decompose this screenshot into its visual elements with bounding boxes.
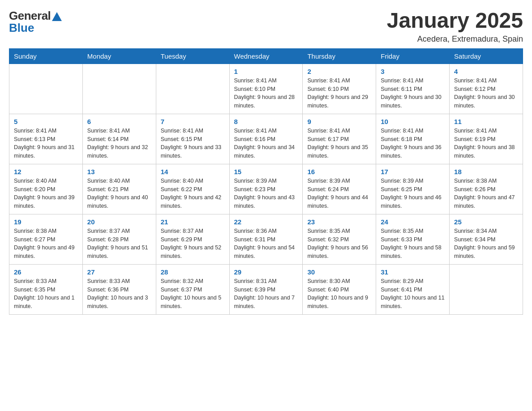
day-number: 4 — [454, 68, 518, 75]
calendar-cell: 3Sunrise: 8:41 AM Sunset: 6:11 PM Daylig… — [376, 64, 450, 114]
calendar-cell: 19Sunrise: 8:38 AM Sunset: 6:27 PM Dayli… — [9, 214, 83, 264]
calendar-header-sunday: Sunday — [9, 48, 83, 64]
day-number: 18 — [454, 168, 518, 176]
day-number: 17 — [381, 168, 445, 176]
calendar-cell — [450, 264, 523, 314]
day-number: 15 — [234, 168, 298, 176]
day-number: 25 — [454, 218, 518, 226]
day-info: Sunrise: 8:34 AM Sunset: 6:34 PM Dayligh… — [454, 227, 518, 261]
calendar-cell: 16Sunrise: 8:39 AM Sunset: 6:24 PM Dayli… — [303, 164, 376, 214]
calendar-week-row: 19Sunrise: 8:38 AM Sunset: 6:27 PM Dayli… — [9, 214, 523, 264]
title-block: January 2025 Acedera, Extremadura, Spain — [387, 9, 523, 44]
day-number: 28 — [161, 268, 225, 276]
day-number: 11 — [454, 118, 518, 125]
calendar-header-tuesday: Tuesday — [156, 48, 229, 64]
logo-blue-text: Blue — [9, 21, 34, 35]
calendar-cell: 7Sunrise: 8:41 AM Sunset: 6:15 PM Daylig… — [156, 114, 229, 164]
day-info: Sunrise: 8:36 AM Sunset: 6:31 PM Dayligh… — [234, 227, 298, 261]
calendar-cell — [156, 64, 229, 114]
calendar-cell: 8Sunrise: 8:41 AM Sunset: 6:16 PM Daylig… — [229, 114, 303, 164]
calendar-cell: 4Sunrise: 8:41 AM Sunset: 6:12 PM Daylig… — [450, 64, 523, 114]
calendar-week-row: 26Sunrise: 8:33 AM Sunset: 6:35 PM Dayli… — [9, 264, 523, 314]
day-number: 21 — [161, 218, 225, 226]
calendar-cell: 2Sunrise: 8:41 AM Sunset: 6:10 PM Daylig… — [303, 64, 376, 114]
logo: General Blue — [9, 9, 62, 35]
day-info: Sunrise: 8:40 AM Sunset: 6:22 PM Dayligh… — [161, 177, 225, 210]
day-number: 27 — [87, 268, 151, 276]
calendar-cell: 18Sunrise: 8:38 AM Sunset: 6:26 PM Dayli… — [450, 164, 523, 214]
day-info: Sunrise: 8:40 AM Sunset: 6:21 PM Dayligh… — [87, 177, 151, 210]
calendar-title: January 2025 — [387, 9, 523, 33]
day-info: Sunrise: 8:35 AM Sunset: 6:33 PM Dayligh… — [381, 227, 445, 261]
day-info: Sunrise: 8:41 AM Sunset: 6:19 PM Dayligh… — [454, 127, 518, 160]
calendar-cell: 1Sunrise: 8:41 AM Sunset: 6:10 PM Daylig… — [229, 64, 303, 114]
day-info: Sunrise: 8:39 AM Sunset: 6:23 PM Dayligh… — [234, 177, 298, 210]
day-number: 6 — [87, 118, 151, 125]
day-info: Sunrise: 8:33 AM Sunset: 6:36 PM Dayligh… — [87, 277, 151, 311]
calendar-subtitle: Acedera, Extremadura, Spain — [387, 34, 523, 44]
calendar-cell: 22Sunrise: 8:36 AM Sunset: 6:31 PM Dayli… — [229, 214, 303, 264]
calendar-cell: 11Sunrise: 8:41 AM Sunset: 6:19 PM Dayli… — [450, 114, 523, 164]
calendar-header-wednesday: Wednesday — [229, 48, 303, 64]
day-info: Sunrise: 8:37 AM Sunset: 6:29 PM Dayligh… — [161, 227, 225, 261]
day-info: Sunrise: 8:41 AM Sunset: 6:16 PM Dayligh… — [234, 127, 298, 160]
logo-triangle-icon — [52, 12, 62, 21]
day-info: Sunrise: 8:32 AM Sunset: 6:37 PM Dayligh… — [161, 277, 225, 311]
day-number: 12 — [14, 168, 78, 176]
calendar-header-saturday: Saturday — [450, 48, 523, 64]
day-number: 24 — [381, 218, 445, 226]
day-info: Sunrise: 8:31 AM Sunset: 6:39 PM Dayligh… — [234, 277, 298, 311]
calendar-cell: 6Sunrise: 8:41 AM Sunset: 6:14 PM Daylig… — [82, 114, 156, 164]
day-number: 19 — [14, 218, 78, 226]
calendar-cell: 14Sunrise: 8:40 AM Sunset: 6:22 PM Dayli… — [156, 164, 229, 214]
calendar-cell: 13Sunrise: 8:40 AM Sunset: 6:21 PM Dayli… — [82, 164, 156, 214]
day-number: 5 — [14, 118, 78, 125]
calendar-header-row: SundayMondayTuesdayWednesdayThursdayFrid… — [9, 48, 523, 64]
day-number: 30 — [307, 268, 371, 276]
day-number: 3 — [381, 68, 445, 75]
day-info: Sunrise: 8:41 AM Sunset: 6:13 PM Dayligh… — [14, 127, 78, 160]
calendar-cell: 10Sunrise: 8:41 AM Sunset: 6:18 PM Dayli… — [376, 114, 450, 164]
calendar-cell: 5Sunrise: 8:41 AM Sunset: 6:13 PM Daylig… — [9, 114, 83, 164]
day-number: 2 — [307, 68, 371, 75]
day-number: 31 — [381, 268, 445, 276]
calendar-cell: 21Sunrise: 8:37 AM Sunset: 6:29 PM Dayli… — [156, 214, 229, 264]
calendar-week-row: 1Sunrise: 8:41 AM Sunset: 6:10 PM Daylig… — [9, 64, 523, 114]
day-info: Sunrise: 8:38 AM Sunset: 6:27 PM Dayligh… — [14, 227, 78, 261]
day-info: Sunrise: 8:39 AM Sunset: 6:24 PM Dayligh… — [307, 177, 371, 210]
day-number: 20 — [87, 218, 151, 226]
day-info: Sunrise: 8:35 AM Sunset: 6:32 PM Dayligh… — [307, 227, 371, 261]
calendar-cell: 31Sunrise: 8:29 AM Sunset: 6:41 PM Dayli… — [376, 264, 450, 314]
day-info: Sunrise: 8:41 AM Sunset: 6:14 PM Dayligh… — [87, 127, 151, 160]
day-number: 16 — [307, 168, 371, 176]
page-header: General Blue January 2025 Acedera, Extre… — [9, 9, 523, 44]
calendar-cell: 26Sunrise: 8:33 AM Sunset: 6:35 PM Dayli… — [9, 264, 83, 314]
day-info: Sunrise: 8:41 AM Sunset: 6:10 PM Dayligh… — [234, 77, 298, 110]
svg-marker-0 — [52, 12, 62, 21]
calendar-cell: 17Sunrise: 8:39 AM Sunset: 6:25 PM Dayli… — [376, 164, 450, 214]
calendar-cell: 12Sunrise: 8:40 AM Sunset: 6:20 PM Dayli… — [9, 164, 83, 214]
day-info: Sunrise: 8:41 AM Sunset: 6:15 PM Dayligh… — [161, 127, 225, 160]
calendar-cell — [9, 64, 83, 114]
calendar-cell: 28Sunrise: 8:32 AM Sunset: 6:37 PM Dayli… — [156, 264, 229, 314]
calendar-cell: 25Sunrise: 8:34 AM Sunset: 6:34 PM Dayli… — [450, 214, 523, 264]
day-number: 29 — [234, 268, 298, 276]
day-number: 14 — [161, 168, 225, 176]
day-info: Sunrise: 8:41 AM Sunset: 6:12 PM Dayligh… — [454, 77, 518, 110]
calendar-cell: 27Sunrise: 8:33 AM Sunset: 6:36 PM Dayli… — [82, 264, 156, 314]
calendar-table: SundayMondayTuesdayWednesdayThursdayFrid… — [9, 48, 523, 315]
calendar-week-row: 12Sunrise: 8:40 AM Sunset: 6:20 PM Dayli… — [9, 164, 523, 214]
calendar-header-monday: Monday — [82, 48, 156, 64]
calendar-header-thursday: Thursday — [303, 48, 376, 64]
calendar-cell: 9Sunrise: 8:41 AM Sunset: 6:17 PM Daylig… — [303, 114, 376, 164]
day-number: 23 — [307, 218, 371, 226]
calendar-week-row: 5Sunrise: 8:41 AM Sunset: 6:13 PM Daylig… — [9, 114, 523, 164]
day-info: Sunrise: 8:40 AM Sunset: 6:20 PM Dayligh… — [14, 177, 78, 210]
day-info: Sunrise: 8:41 AM Sunset: 6:11 PM Dayligh… — [381, 77, 445, 110]
day-number: 22 — [234, 218, 298, 226]
day-info: Sunrise: 8:37 AM Sunset: 6:28 PM Dayligh… — [87, 227, 151, 261]
day-number: 9 — [307, 118, 371, 125]
day-info: Sunrise: 8:41 AM Sunset: 6:10 PM Dayligh… — [307, 77, 371, 110]
day-info: Sunrise: 8:41 AM Sunset: 6:17 PM Dayligh… — [307, 127, 371, 160]
day-info: Sunrise: 8:41 AM Sunset: 6:18 PM Dayligh… — [381, 127, 445, 160]
